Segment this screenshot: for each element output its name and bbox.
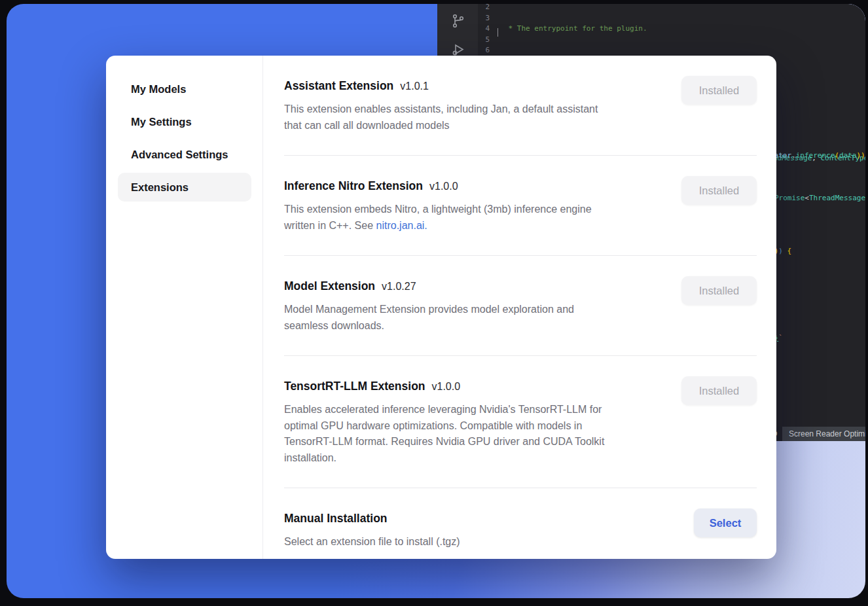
text-cursor xyxy=(497,28,498,37)
extension-description: This extension embeds Nitro, a lightweig… xyxy=(284,202,670,234)
description-line: that can call all downloaded models xyxy=(284,118,670,134)
extension-row-assistant: Assistant Extensionv1.0.1 This extension… xyxy=(284,56,757,156)
description-line: installation. xyxy=(284,450,670,467)
installed-badge: Installed xyxy=(681,176,757,205)
installed-badge: Installed xyxy=(681,276,757,305)
description-text: written in C++. See xyxy=(284,220,376,231)
extension-version: v1.0.27 xyxy=(382,281,416,292)
extension-title: Inference Nitro Extension xyxy=(284,179,423,192)
source-control-icon[interactable] xyxy=(450,13,466,31)
extension-row-tensorrt-llm: TensortRT-LLM Extensionv1.0.0 Enables ac… xyxy=(284,356,757,488)
description-line: This extension enables assistants, inclu… xyxy=(284,101,670,118)
extension-row-inference-nitro: Inference Nitro Extensionv1.0.0 This ext… xyxy=(284,156,757,256)
settings-sidebar: My Models My Settings Advanced Settings … xyxy=(106,56,263,559)
line-number: 2 xyxy=(475,4,490,13)
nitro-jan-ai-link[interactable]: nitro.jan.ai. xyxy=(376,220,427,231)
extensions-list: Assistant Extensionv1.0.1 This extension… xyxy=(263,56,776,559)
description-line: This extension embeds Nitro, a lightweig… xyxy=(284,202,670,218)
sidebar-item-my-models[interactable]: My Models xyxy=(118,75,251,103)
description-line: Model Management Extension provides mode… xyxy=(284,302,670,318)
extension-description: Select an extension file to install (.tg… xyxy=(284,534,670,550)
line-number: 3 xyxy=(475,13,490,24)
line-number-gutter: 2 3 4 5 6 xyxy=(475,4,490,56)
description-line: written in C++. See nitro.jan.ai. xyxy=(284,218,670,234)
extension-title: Assistant Extension xyxy=(284,79,393,92)
line-number: 6 xyxy=(475,45,490,56)
installed-badge: Installed xyxy=(681,376,757,405)
installed-badge: Installed xyxy=(681,76,757,105)
select-file-button[interactable]: Select xyxy=(694,508,757,537)
extension-row-manual-installation: Manual Installation Select an extension … xyxy=(284,488,757,559)
sidebar-item-extensions[interactable]: Extensions xyxy=(118,173,251,202)
settings-modal: My Models My Settings Advanced Settings … xyxy=(106,56,776,559)
description-line: seamless downloads. xyxy=(284,318,670,334)
extension-title: Manual Installation xyxy=(284,512,388,525)
extension-version: v1.0.1 xyxy=(400,80,429,92)
extension-row-model: Model Extensionv1.0.27 Model Management … xyxy=(284,256,757,356)
line-number: 4 xyxy=(475,24,490,35)
extension-description: Model Management Extension provides mode… xyxy=(284,302,670,334)
extension-title: Model Extension xyxy=(284,279,375,293)
description-line: optimal GPU hardware optimizations. Comp… xyxy=(284,418,670,435)
extension-version: v1.0.0 xyxy=(429,181,458,192)
extension-version: v1.0.0 xyxy=(432,381,461,392)
line-number: 5 xyxy=(475,35,490,46)
extension-description: This extension enables assistants, inclu… xyxy=(284,101,670,134)
screen-reader-status-item[interactable]: Screen Reader Optimize xyxy=(782,427,865,441)
sidebar-item-advanced-settings[interactable]: Advanced Settings xyxy=(118,140,251,169)
description-line: TensorRT-LLM format. Requires Nvidia GPU… xyxy=(284,434,670,450)
code-fragment: Promise<ThreadMessage> xyxy=(774,194,865,203)
description-line: Enables accelerated inference leveraging… xyxy=(284,402,670,418)
extension-description: Enables accelerated inference leveraging… xyxy=(284,402,670,466)
extension-title: TensortRT-LLM Extension xyxy=(284,380,425,393)
code-line: * The entrypoint for the plugin. xyxy=(504,24,865,35)
hero-background: 2 3 4 5 6 * The entrypoint for the plugi… xyxy=(7,4,865,598)
code-fragment: rator.inference(data)); xyxy=(770,151,865,160)
sidebar-item-my-settings[interactable]: My Settings xyxy=(118,107,251,136)
description-line: Select an extension file to install (.tg… xyxy=(284,534,670,550)
